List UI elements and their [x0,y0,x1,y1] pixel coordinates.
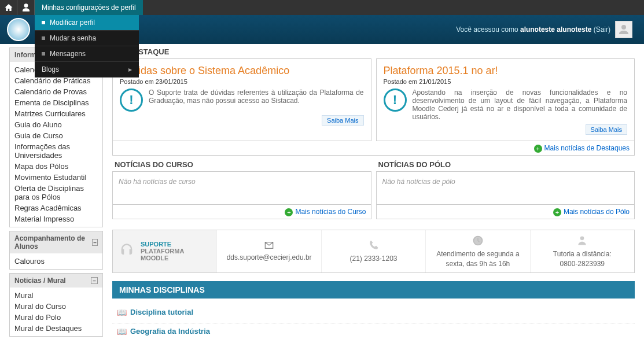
sidebar-block-mural: Notícias / Mural– Mural Mural do Curso M… [9,273,103,337]
home-icon[interactable] [0,0,17,15]
featured-title: Dúvidas sobre o Sistema Acadêmico [120,65,364,77]
disciplines-heading: MINHAS DISCIPLINAS [112,281,635,299]
sidebar-header: Acompanhamento de Alunos– [10,231,102,253]
featured-title: Plataforma 2015.1 no ar! [384,65,628,77]
news-polo-heading: NOTÍCIAS DO PÓLO [376,160,635,169]
dropdown-messages[interactable]: Mensagens [35,46,139,62]
featured-text: Apostando na inserção de novas funcional… [413,89,628,121]
info-icon: ! [384,89,407,112]
sidebar-item[interactable]: Mapa dos Pólos [10,161,102,172]
sidebar-item[interactable]: Mural [10,290,102,301]
read-more-button[interactable]: Saiba Mais [322,115,363,126]
discipline-link[interactable]: Geografia da Indústria [130,327,210,336]
sidebar-item[interactable]: Ementa de Disciplinas [10,97,102,108]
sidebar-item[interactable]: Regras Acadêmicas [10,202,102,213]
news-polo-box: Não há notícias de pólo [376,171,635,205]
discipline-link[interactable]: Disciplina tutorial [130,308,193,316]
more-polo-link[interactable]: +Mais notícias do Pólo [553,208,630,216]
collapse-icon[interactable]: – [92,239,98,246]
more-featured-link[interactable]: +Mais notícias de Destaques [534,144,630,152]
support-sub: PLATAFORMA MOODLE [141,248,211,261]
dropdown-change-password[interactable]: Mudar a senha [35,31,139,46]
sidebar-item[interactable]: Oferta de Disciplinas para os Pólos [10,183,102,202]
sidebar-item[interactable]: Movimento Estudantil [10,172,102,183]
sidebar-item[interactable]: Mural do Curso [10,301,102,312]
avatar[interactable] [615,21,632,38]
plus-icon: + [534,145,542,153]
logo-icon [7,18,30,41]
featured-card: Dúvidas sobre o Sistema Acadêmico Postad… [112,58,371,141]
profile-menu-label: Minhas configurações de perfil [42,3,136,12]
person-icon [576,235,588,248]
featured-heading: EM DESTAQUE [112,47,635,56]
profile-dropdown: Modificar perfil Mudar a senha Mensagens… [35,15,139,78]
more-featured-bar: +Mais notícias de Destaques [112,141,635,156]
plus-icon: + [553,208,561,216]
top-bar: Minhas configurações de perfil [0,0,644,15]
svg-point-1 [580,236,584,240]
discipline-item: 📖 Geografia da Indústria [112,323,635,339]
featured-date: Postado em 23/01/2015 [120,78,364,85]
clock-icon [472,235,484,248]
profile-settings-menu[interactable]: Minhas configurações de perfil [35,0,143,15]
sidebar-header: Notícias / Mural– [10,274,102,288]
read-more-button[interactable]: Saiba Mais [586,124,627,135]
content: EM DESTAQUE Dúvidas sobre o Sistema Acad… [112,47,635,339]
book-icon: 📖 [117,327,127,336]
info-icon: ! [120,89,143,112]
support-tutoria-cell: Tutoria a distância: 0800-2823939 [530,230,634,272]
sidebar-item[interactable]: Calouros [10,256,102,267]
featured-row: Dúvidas sobre o Sistema Acadêmico Postad… [112,58,635,141]
plus-icon: + [285,208,293,216]
support-phone-cell: (21) 2333-1203 [321,230,425,272]
sidebar: Informaç Calendário Acadêmico Calendário… [9,47,103,339]
logout-link[interactable]: Sair [596,25,608,34]
news-curso-box: Não há notícias de curso [112,171,371,205]
sidebar-item[interactable]: Mural do Polo [10,312,102,323]
sidebar-item[interactable]: Mural de Destaques [10,323,102,334]
sidebar-item[interactable]: Calendário de Provas [10,86,102,97]
username: alunoteste alunoteste [520,25,591,34]
more-curso-link[interactable]: +Mais notícias do Curso [285,208,366,216]
sidebar-item[interactable]: Guia de Curso [10,130,102,141]
headset-icon [119,242,135,260]
featured-card: Plataforma 2015.1 no ar! Postado em 21/0… [376,58,635,141]
support-email-cell: dds.suporte@cecierj.edu.br [216,230,321,272]
login-info: Você acessou como alunoteste alunoteste … [456,21,632,38]
discipline-item: 📖 Disciplina tutorial [112,304,635,323]
sidebar-item[interactable]: Informações das Universidades [10,141,102,161]
book-icon: 📖 [117,308,127,317]
main-layout: Informaç Calendário Acadêmico Calendário… [0,44,644,339]
chevron-right-icon: ▸ [128,65,132,73]
user-icon[interactable] [17,0,35,15]
sidebar-item[interactable]: Guia do Aluno [10,119,102,130]
phone-icon [368,239,380,253]
sidebar-item[interactable]: Material Impresso [10,213,102,224]
news-row: NOTÍCIAS DO CURSO Não há notícias de cur… [112,160,635,224]
collapse-icon[interactable]: – [91,277,98,284]
dropdown-blogs[interactable]: Blogs▸ [35,62,139,78]
support-bar: SUPORTE PLATAFORMA MOODLE dds.suporte@ce… [112,230,635,273]
sidebar-block-acomp: Acompanhamento de Alunos– Calouros [9,231,103,270]
dropdown-modify-profile[interactable]: Modificar perfil [35,15,139,31]
featured-date: Postado em 21/01/2015 [384,78,628,85]
mail-icon [263,241,275,252]
featured-text: O Suporte trata de dúvidas referentes à … [149,89,364,112]
support-title: SUPORTE [141,241,211,248]
support-title-cell: SUPORTE PLATAFORMA MOODLE [113,230,216,272]
support-hours-cell: Atendimento de segunda a sexta, das 9h à… [425,230,529,272]
news-curso-heading: NOTÍCIAS DO CURSO [112,160,371,169]
sidebar-item[interactable]: Matrizes Curriculares [10,108,102,119]
